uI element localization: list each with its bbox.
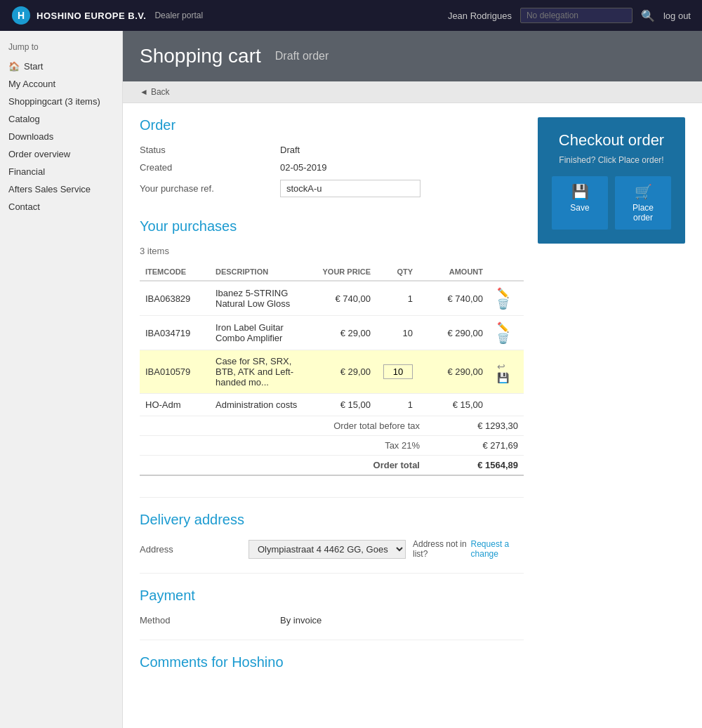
row-amount: € 15,00	[418, 394, 489, 416]
qty-input[interactable]	[383, 364, 413, 379]
delete-icon[interactable]: 🗑️	[497, 333, 509, 344]
delivery-address-label: Address	[140, 544, 249, 555]
checkout-title: Checkout order	[552, 131, 671, 150]
sidebar-item-label: My Account	[8, 79, 55, 89]
tax-label: Tax 21%	[385, 440, 420, 451]
search-icon[interactable]: 🔍	[641, 9, 655, 22]
svg-text:H: H	[18, 10, 25, 21]
sidebar-item-label: Catalog	[8, 114, 40, 124]
row-description: Iron Label Guitar Combo Amplifier	[210, 316, 306, 350]
table-header-row: ITEMCODE DESCRIPTION YOUR PRICE QTY AMOU…	[140, 263, 524, 281]
delegation-input[interactable]	[520, 8, 633, 23]
row-amount: € 290,00	[418, 316, 489, 350]
order-purchase-ref-label: Your purchase ref.	[140, 183, 280, 194]
logo-text: HOSHINO EUROPE B.V.	[37, 11, 146, 21]
row-description: Case for SR, SRX, BTB, ATK and Left-hand…	[210, 350, 306, 394]
table-row: IBA010579 Case for SR, SRX, BTB, ATK and…	[140, 350, 524, 394]
row-itemcode: IBA010579	[140, 350, 210, 394]
sidebar-item-afters-sales[interactable]: Afters Sales Service	[0, 180, 122, 198]
content-area: Order Status Draft Created 02-05-2019 Yo…	[123, 103, 702, 684]
row-price: € 29,00	[306, 316, 376, 350]
col-header-amount: AMOUNT	[418, 263, 489, 281]
table-row: IBA063829 Ibanez 5-STRING Natural Low Gl…	[140, 281, 524, 316]
save-row-icon[interactable]: 💾	[497, 372, 509, 383]
header: H HOSHINO EUROPE B.V. Dealer portal Jean…	[0, 0, 702, 31]
home-icon: 🏠	[8, 61, 20, 72]
undo-icon[interactable]: ↩	[497, 361, 505, 372]
address-not-in-list-label: Address not in list?	[413, 539, 468, 559]
logout-link[interactable]: log out	[663, 11, 691, 21]
sidebar: Jump to 🏠 Start My Account Shoppingcart …	[0, 31, 123, 728]
section-divider-2	[140, 573, 524, 574]
row-actions: ✏️ 🗑️	[489, 281, 524, 316]
main-content: Shopping cart Draft order ◄ Back Order S…	[123, 31, 702, 728]
back-link[interactable]: ◄ Back	[140, 87, 685, 97]
row-description: Ibanez 5-STRING Natural Low Gloss	[210, 281, 306, 316]
order-section-heading: Order	[140, 117, 524, 133]
save-button[interactable]: 💾 Save	[552, 176, 608, 230]
checkout-buttons: 💾 Save 🛒 Place order	[552, 176, 671, 230]
payment-method-row: Method By invoice	[140, 615, 524, 626]
sidebar-item-downloads[interactable]: Downloads	[0, 128, 122, 145]
section-divider-3	[140, 640, 524, 640]
order-status-value: Draft	[280, 145, 300, 155]
page-title: Shopping cart	[140, 45, 261, 67]
order-purchase-ref-field: Your purchase ref.	[140, 180, 524, 197]
sidebar-item-order-overview[interactable]: Order overview	[0, 145, 122, 163]
payment-method-label: Method	[140, 615, 280, 626]
header-right: Jean Rodrigues 🔍 log out	[448, 8, 691, 23]
col-header-description: DESCRIPTION	[210, 263, 306, 281]
purchases-section-heading: Your purchases	[140, 218, 524, 234]
edit-icon[interactable]: ✏️	[497, 322, 509, 333]
purchases-section: Your purchases 3 items ITEMCODE DESCRIPT…	[140, 218, 524, 476]
sidebar-item-label: Start	[24, 61, 43, 72]
row-qty	[376, 350, 418, 394]
order-created-label: Created	[140, 162, 280, 173]
purchase-ref-input[interactable]	[280, 180, 420, 197]
request-change-link[interactable]: Request a change	[471, 539, 524, 559]
total-before-tax-row: Order total before tax € 1293,30	[140, 416, 524, 436]
order-status-label: Status	[140, 145, 280, 155]
back-label: Back	[151, 87, 170, 97]
sidebar-item-label: Contact	[8, 201, 40, 212]
col-header-qty: QTY	[376, 263, 418, 281]
total-value: € 1564,89	[448, 460, 518, 470]
delete-icon[interactable]: 🗑️	[497, 298, 509, 310]
cart-icon: 🛒	[635, 183, 652, 200]
row-price: € 15,00	[306, 394, 376, 416]
delivery-address-select[interactable]: Olympiastraat 4 4462 GG, Goes	[249, 540, 406, 559]
before-tax-label: Order total before tax	[333, 421, 420, 431]
items-count: 3 items	[140, 246, 524, 256]
row-amount: € 290,00	[418, 350, 489, 394]
total-label: Order total	[373, 460, 420, 470]
sidebar-item-financial[interactable]: Financial	[0, 163, 122, 180]
comments-section-heading: Comments for Hoshino	[140, 654, 524, 670]
save-label: Save	[570, 203, 589, 213]
dealer-portal-label: Dealer portal	[154, 11, 203, 20]
sidebar-item-label: Order overview	[8, 149, 70, 159]
row-qty: 1	[376, 281, 418, 316]
row-amount: € 740,00	[418, 281, 489, 316]
row-qty: 1	[376, 394, 418, 416]
delivery-address-row: Address Olympiastraat 4 4462 GG, Goes Ad…	[140, 539, 524, 559]
total-tax-row: Tax 21% € 271,69	[140, 436, 524, 456]
table-row: IBA034719 Iron Label Guitar Combo Amplif…	[140, 316, 524, 350]
row-itemcode: IBA034719	[140, 316, 210, 350]
sidebar-item-contact[interactable]: Contact	[0, 198, 122, 216]
order-section: Order Status Draft Created 02-05-2019 Yo…	[140, 117, 524, 197]
row-description: Administration costs	[210, 394, 306, 416]
row-actions: ✏️ 🗑️	[489, 316, 524, 350]
payment-section-heading: Payment	[140, 588, 524, 604]
sidebar-item-my-account[interactable]: My Account	[0, 75, 122, 93]
sidebar-item-shoppingcart[interactable]: Shoppingcart (3 items)	[0, 93, 122, 110]
place-order-button[interactable]: 🛒 Place order	[615, 176, 671, 230]
row-itemcode: HO-Adm	[140, 394, 210, 416]
back-arrow-icon: ◄	[140, 87, 148, 97]
delivery-section: Delivery address Address Olympiastraat 4…	[140, 512, 524, 559]
row-price: € 29,00	[306, 350, 376, 394]
edit-icon[interactable]: ✏️	[497, 287, 509, 298]
sidebar-item-catalog[interactable]: Catalog	[0, 110, 122, 128]
sidebar-item-start[interactable]: 🏠 Start	[0, 58, 122, 75]
page-subtitle: Draft order	[275, 50, 329, 62]
breadcrumb-bar: ◄ Back	[123, 81, 702, 103]
